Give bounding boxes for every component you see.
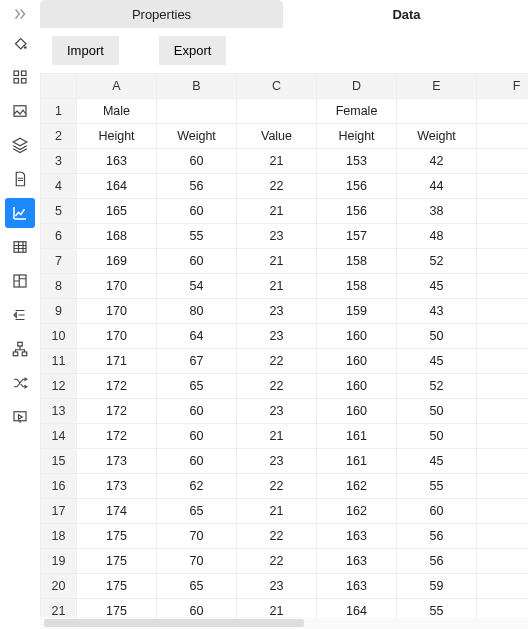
row-header[interactable]: 4 — [41, 174, 77, 199]
cell[interactable]: 55 — [397, 599, 477, 618]
cell[interactable]: 80 — [157, 299, 237, 324]
cell[interactable]: 161 — [317, 449, 397, 474]
cell[interactable]: 22 — [237, 349, 317, 374]
cell[interactable]: 172 — [77, 374, 157, 399]
chart-icon[interactable] — [5, 198, 35, 228]
presentation-icon[interactable] — [5, 402, 35, 432]
cell[interactable]: 59 — [397, 574, 477, 599]
cell[interactable]: 22 — [237, 524, 317, 549]
cell[interactable]: 175 — [77, 549, 157, 574]
cell[interactable]: 172 — [77, 399, 157, 424]
cell[interactable] — [477, 224, 529, 249]
cell[interactable]: 22 — [237, 374, 317, 399]
cell[interactable]: 164 — [77, 174, 157, 199]
cell[interactable]: 64 — [157, 324, 237, 349]
cell[interactable]: 42 — [397, 149, 477, 174]
cell[interactable]: 168 — [77, 224, 157, 249]
cell[interactable]: Male — [77, 99, 157, 124]
cell[interactable] — [157, 99, 237, 124]
cell[interactable]: 170 — [77, 274, 157, 299]
cell[interactable] — [477, 199, 529, 224]
grid-icon[interactable] — [5, 62, 35, 92]
cell[interactable]: 164 — [317, 599, 397, 618]
cell[interactable]: 21 — [237, 274, 317, 299]
cell[interactable]: 44 — [397, 174, 477, 199]
cell[interactable]: 55 — [397, 474, 477, 499]
cell[interactable] — [477, 424, 529, 449]
column-header[interactable]: A — [77, 74, 157, 99]
cell[interactable]: 55 — [157, 224, 237, 249]
row-header[interactable]: 13 — [41, 399, 77, 424]
cell[interactable] — [477, 549, 529, 574]
cell[interactable]: 23 — [237, 399, 317, 424]
cell[interactable]: 22 — [237, 549, 317, 574]
row-header[interactable]: 15 — [41, 449, 77, 474]
cell[interactable]: 70 — [157, 549, 237, 574]
row-header[interactable]: 18 — [41, 524, 77, 549]
row-header[interactable]: 6 — [41, 224, 77, 249]
row-header[interactable]: 21 — [41, 599, 77, 618]
cell[interactable]: 23 — [237, 224, 317, 249]
hierarchy-icon[interactable] — [5, 334, 35, 364]
cell[interactable] — [477, 374, 529, 399]
cell[interactable]: 163 — [77, 149, 157, 174]
cell[interactable]: 21 — [237, 424, 317, 449]
cell[interactable]: 45 — [397, 274, 477, 299]
cell[interactable]: 56 — [397, 524, 477, 549]
cell[interactable]: 175 — [77, 574, 157, 599]
cell[interactable]: 165 — [77, 199, 157, 224]
cell[interactable]: 22 — [237, 474, 317, 499]
cell[interactable]: 163 — [317, 524, 397, 549]
cell[interactable]: 60 — [157, 449, 237, 474]
spreadsheet[interactable]: ABCDEF 1MaleFemale2HeightWeightValueHeig… — [40, 73, 528, 617]
cell[interactable]: 157 — [317, 224, 397, 249]
document-icon[interactable] — [5, 164, 35, 194]
cell[interactable]: 54 — [157, 274, 237, 299]
cell[interactable]: 65 — [157, 499, 237, 524]
cell[interactable]: 172 — [77, 424, 157, 449]
cell[interactable]: 156 — [317, 199, 397, 224]
cell[interactable]: 21 — [237, 199, 317, 224]
cell[interactable]: 38 — [397, 199, 477, 224]
cell[interactable]: 60 — [157, 399, 237, 424]
dashboard-icon[interactable] — [5, 266, 35, 296]
cell[interactable]: 67 — [157, 349, 237, 374]
cell[interactable]: 56 — [157, 174, 237, 199]
cell[interactable] — [477, 124, 529, 149]
cell[interactable]: 163 — [317, 549, 397, 574]
cell[interactable]: Female — [317, 99, 397, 124]
cell[interactable]: 22 — [237, 174, 317, 199]
cell[interactable] — [477, 499, 529, 524]
cell[interactable]: 23 — [237, 449, 317, 474]
cell[interactable]: 21 — [237, 249, 317, 274]
scrollbar-thumb[interactable] — [44, 619, 304, 627]
cell[interactable]: 65 — [157, 574, 237, 599]
cell[interactable]: 169 — [77, 249, 157, 274]
paint-bucket-icon[interactable] — [5, 28, 35, 58]
cell[interactable]: 174 — [77, 499, 157, 524]
row-header[interactable]: 17 — [41, 499, 77, 524]
cell[interactable] — [477, 449, 529, 474]
cell[interactable] — [397, 99, 477, 124]
cell[interactable]: 50 — [397, 399, 477, 424]
cell[interactable]: 160 — [317, 349, 397, 374]
cell[interactable] — [477, 399, 529, 424]
cell[interactable]: 60 — [157, 149, 237, 174]
cell[interactable] — [477, 149, 529, 174]
column-header[interactable]: C — [237, 74, 317, 99]
cell[interactable] — [477, 349, 529, 374]
cell[interactable]: 163 — [317, 574, 397, 599]
cell[interactable]: 60 — [397, 499, 477, 524]
row-header[interactable]: 10 — [41, 324, 77, 349]
row-header[interactable]: 5 — [41, 199, 77, 224]
cell[interactable]: 52 — [397, 374, 477, 399]
cell[interactable] — [477, 574, 529, 599]
cell[interactable]: 60 — [157, 424, 237, 449]
cell[interactable] — [477, 274, 529, 299]
cell[interactable]: 48 — [397, 224, 477, 249]
cell[interactable] — [477, 249, 529, 274]
cell[interactable] — [477, 99, 529, 124]
row-header[interactable]: 16 — [41, 474, 77, 499]
cell[interactable] — [477, 174, 529, 199]
collapse-icon[interactable] — [5, 4, 35, 24]
